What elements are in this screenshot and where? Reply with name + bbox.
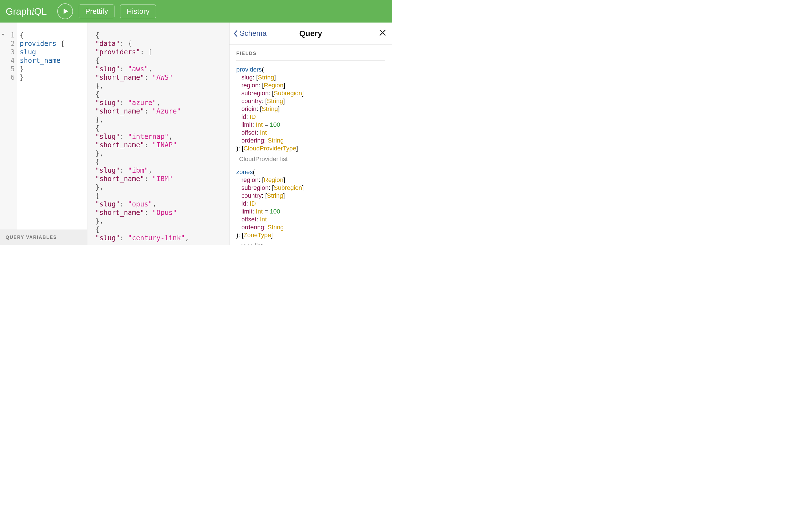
query-variables-header[interactable]: Query Variables <box>0 230 87 245</box>
field-description: CloudProvider list <box>239 155 385 163</box>
history-button[interactable]: History <box>120 4 156 18</box>
docs-header: Schema Query <box>230 22 392 45</box>
field-description: Zone list <box>239 242 385 245</box>
chevron-left-icon <box>234 30 238 37</box>
line-number: 4 <box>0 56 15 65</box>
line-number: 3 <box>0 48 15 56</box>
schema-field[interactable]: providers(slug: [String]region: [Region]… <box>236 66 385 163</box>
line-number: 6 <box>0 73 15 82</box>
query-editor-panel: 123456 { providers { slug short_name }} … <box>0 22 87 245</box>
query-editor[interactable]: { providers { slug short_name }} <box>17 22 87 230</box>
prettify-button[interactable]: Prettify <box>79 4 114 18</box>
schema-field[interactable]: zones(region: [Region]subregion: [Subreg… <box>236 168 385 245</box>
close-button[interactable] <box>379 28 386 39</box>
close-icon <box>379 29 386 36</box>
toolbar: GraphiQL Prettify History <box>0 0 392 22</box>
result-panel[interactable]: { "data": { "providers": [ { "slug": "aw… <box>87 22 230 245</box>
play-icon <box>63 8 69 14</box>
docs-panel: Schema Query Fields providers(slug: [Str… <box>230 22 392 245</box>
line-number: 2 <box>0 40 15 48</box>
app-logo: GraphiQL <box>6 6 47 17</box>
line-gutter: 123456 <box>0 22 17 230</box>
fold-arrow-icon[interactable] <box>2 34 4 36</box>
docs-title: Query <box>299 29 322 38</box>
fields-section-label: Fields <box>236 50 385 61</box>
line-number: 5 <box>0 65 15 73</box>
back-button[interactable]: Schema <box>234 29 266 38</box>
docs-body[interactable]: Fields providers(slug: [String]region: [… <box>230 45 392 245</box>
back-label: Schema <box>240 29 266 38</box>
line-number: 1 <box>0 31 15 40</box>
execute-button[interactable] <box>57 3 73 19</box>
